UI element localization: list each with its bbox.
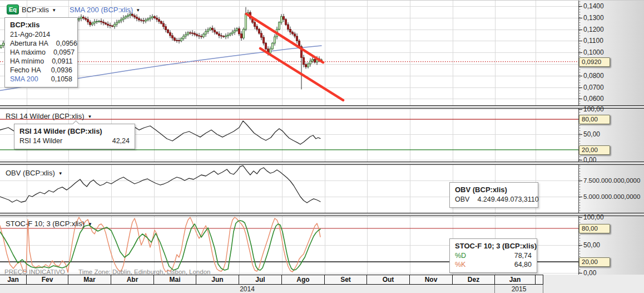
axis-label: 0,1200 [583, 26, 604, 33]
month-cell: Ago [282, 275, 325, 284]
chevron-down-icon[interactable]: ▼ [58, 171, 63, 176]
month-cell: Jan [0, 275, 27, 284]
axis-value-box: 80,00 [579, 224, 610, 233]
axis-label: 0,0600 [583, 95, 604, 102]
axis-label: 0,1000 [583, 48, 604, 56]
time-axis: JanFevMarAbrMaiJunJulAgoSetOutNovDezJan … [0, 275, 644, 293]
sma-overlay-dropdown[interactable]: SMA 200 (BCP:xlis) [70, 6, 133, 14]
price-tooltip: BCP:xlis 21-Ago-2014 Abertura HA0,0956 H… [4, 17, 78, 87]
month-cell: Nov [410, 275, 453, 284]
axis-value-box: 0,0920 [579, 57, 610, 67]
axis-label: 0,00 [583, 156, 596, 164]
tooltip-date: 21-Ago-2014 [10, 30, 50, 39]
year-cell: 2015 [495, 285, 543, 293]
axis-label: 0,1300 [583, 14, 604, 22]
axis-label: 0,0700 [583, 84, 604, 91]
axis-label: 7.500.000.000,0000 [583, 177, 640, 184]
axis-value-box: 20,00 [579, 145, 610, 155]
month-cell [536, 275, 543, 284]
month-cell: Jan [495, 275, 536, 284]
axis-label: 0,0800 [583, 72, 604, 80]
month-cell: Fev [27, 275, 68, 284]
month-cell: Dez [453, 275, 495, 284]
stoc-tooltip: STOC-F 10; 3 (BCP:xlis) %D78,74 %K64,80 [449, 238, 537, 273]
axis-value-box: 20,00 [579, 257, 610, 267]
panel-splitter[interactable] [0, 105, 644, 109]
month-cell: Jun [196, 275, 239, 284]
charting-app: Eq BCP:xlis ▼ SMA 200 (BCP:xlis) ▼ RSI 1… [0, 0, 644, 293]
axis-label: 0,1100 [583, 37, 603, 45]
panel-splitter[interactable] [0, 213, 644, 216]
symbol-dropdown[interactable]: BCP:xlis [22, 6, 49, 14]
axis-label: 0,00 [583, 269, 596, 277]
month-cell: Mar [68, 275, 111, 284]
axis-label: 50,00 [583, 241, 600, 249]
rsi-panel-label[interactable]: RSI 14 Wilder (BCP:xlis) ▼ [6, 112, 92, 120]
chevron-down-icon[interactable]: ▼ [52, 8, 56, 13]
year-cell: 2014 [0, 285, 495, 293]
axis-label: 5.000.000.000,0000 [583, 193, 640, 201]
month-cell: Abr [111, 275, 154, 284]
month-cell: Set [325, 275, 367, 284]
month-cell: Mai [154, 275, 196, 284]
axis-label: 50,00 [583, 130, 600, 138]
main-panel-header: Eq BCP:xlis ▼ SMA 200 (BCP:xlis) ▼ [7, 4, 140, 14]
month-row: JanFevMarAbrMaiJunJulAgoSetOutNovDezJan [0, 275, 543, 285]
obv-panel-label[interactable]: OBV (BCP:xlis) ▼ [6, 169, 63, 177]
axis-value-box: 80,00 [579, 115, 610, 124]
stoc-panel-label[interactable]: STOC-F 10; 3 (BCP:xlis) ▼ [6, 219, 92, 228]
chevron-down-icon[interactable]: ▼ [136, 8, 140, 13]
month-cell: Jul [239, 275, 282, 284]
tooltip-title: BCP:xlis [10, 21, 72, 29]
trendline-upper[interactable] [246, 14, 323, 62]
axis-label: 100,00 [583, 105, 604, 113]
panel-splitter[interactable] [0, 162, 644, 165]
chevron-down-icon[interactable]: ▼ [88, 222, 92, 227]
obv-tooltip: OBV (BCP:xlis) OBV4.249.449.073,3110 [449, 182, 538, 208]
month-cell: Out [367, 275, 410, 284]
axis-label: 100,00 [583, 213, 604, 221]
equity-badge: Eq [7, 4, 19, 14]
chevron-down-icon[interactable]: ▼ [88, 114, 92, 119]
axis-label: 0,1400 [583, 2, 604, 10]
rsi-tooltip: RSI 14 Wilder (BCP:xlis) RSI 14 Wilder42… [14, 124, 135, 149]
